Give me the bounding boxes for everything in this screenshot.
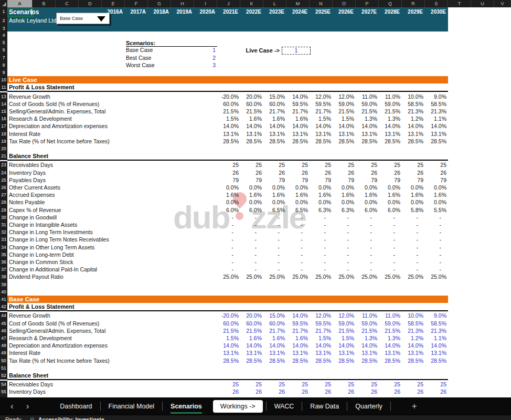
cell-value[interactable]: 5.5% [425,207,448,214]
cell-value[interactable]: 10.0% [402,93,425,100]
group-header[interactable]: Balance Sheet [9,153,48,159]
cell-value[interactable]: 0.0% [310,199,333,206]
cell-value[interactable]: 28.5% [310,138,333,145]
cell-value[interactable]: 0.0% [263,184,286,191]
cell-value[interactable]: 13.1% [217,131,240,138]
cell-value[interactable]: 13.1% [402,131,425,138]
cell-value[interactable]: 26 [310,388,333,395]
row-header-31[interactable]: 31 [0,221,7,228]
select-all-button[interactable] [0,0,7,7]
cell-value[interactable]: 14.0% [217,342,240,349]
cell-value[interactable]: 26 [356,388,379,395]
cell-value[interactable]: 28.5% [240,358,263,364]
cell-value[interactable]: - [263,229,286,236]
cell-value[interactable]: - [286,266,310,273]
cell-value[interactable]: 28.5% [333,138,356,145]
cell-value[interactable]: 25 [217,381,240,388]
row-header-44[interactable]: 44 [0,312,7,319]
cell-value[interactable]: 14.0% [263,123,286,130]
cell-value[interactable]: 14.0% [356,342,379,349]
cell-value[interactable]: 13.1% [425,350,448,356]
cell-value[interactable]: 1.6% [379,192,402,198]
cell-value[interactable]: 25.0% [310,274,333,280]
cell-value[interactable]: 28.5% [310,358,333,364]
row-header-26[interactable]: 26 [0,184,7,191]
cell-value[interactable]: 25.0% [356,274,379,280]
section-banner[interactable]: Live Case [7,76,448,83]
sheet-tab-scenarios[interactable]: Scenarios [163,400,210,413]
year-header-2024E[interactable]: 2024E [286,7,310,16]
column-header-H[interactable]: H [171,0,194,7]
row-header-41[interactable]: 41 [0,296,7,303]
cell-value[interactable]: 26 [310,170,333,176]
cell-value[interactable]: - [379,229,402,236]
row-header-5[interactable]: 5 [0,39,7,46]
row-header-10[interactable]: 10 [0,76,7,83]
cell-value[interactable]: 58.5% [402,101,425,108]
cell-value[interactable]: 1.1% [425,335,448,342]
scenario-option-value[interactable]: 2 [178,55,217,61]
row-label[interactable]: Change in Long Term Notes Receivables [9,236,214,243]
group-header[interactable]: Profit & Loss Statement [9,303,74,310]
year-header-2027E[interactable]: 2027E [356,7,379,16]
cell-value[interactable]: 14.0% [356,123,379,130]
row-label[interactable]: Payables Days [9,177,214,183]
cell-value[interactable]: 21.5% [333,108,356,115]
cell-value[interactable]: - [356,222,379,228]
cell-value[interactable]: 25.0% [286,274,310,280]
row-header-25[interactable]: 25 [0,176,7,184]
group-header[interactable]: Balance Sheet [9,372,48,379]
column-header-Q[interactable]: Q [379,0,402,7]
cell-value[interactable]: - [379,251,402,258]
cell-value[interactable]: 13.1% [240,350,263,356]
cell-value[interactable]: - [402,229,425,236]
row-label[interactable]: Cost of Goods Sold (% of Revenues) [9,101,214,107]
cell-value[interactable]: 28.5% [217,138,240,145]
cell-value[interactable]: 14.0% [286,312,310,319]
cell-value[interactable]: 13.1% [217,350,240,356]
cell-value[interactable]: 14.0% [402,123,425,130]
year-header-2025E[interactable]: 2025E [310,7,333,16]
sheet-tab-quarterly[interactable]: Quarterly [347,400,390,413]
cell-value[interactable]: - [286,222,310,228]
cell-value[interactable]: 25 [425,162,448,169]
row-header-37[interactable]: 37 [0,266,7,273]
cell-value[interactable]: 28.5% [379,138,402,145]
cell-value[interactable]: 20.0% [240,312,263,319]
column-header-B[interactable]: B [33,0,56,7]
row-header-32[interactable]: 32 [0,228,7,236]
cell-value[interactable]: 1.6% [217,192,240,198]
cell-value[interactable]: 28.5% [402,358,425,364]
cell-value[interactable]: 21.3% [425,328,448,334]
cell-value[interactable]: 6.0% [356,207,379,214]
cell-value[interactable]: - [240,214,263,221]
cell-value[interactable]: 12.0% [310,312,333,319]
row-header-29[interactable]: 29 [0,206,7,214]
cell-value[interactable]: 26 [263,388,286,395]
cell-value[interactable]: 1.6% [263,192,286,198]
cell-value[interactable]: 25 [356,162,379,169]
cell-value[interactable]: 1.5% [333,335,356,342]
cell-value[interactable]: 14.0% [425,123,448,130]
cell-value[interactable]: 6.3% [310,207,333,214]
cell-value[interactable]: 14.0% [425,342,448,349]
cell-value[interactable]: - [333,236,356,243]
cell-value[interactable]: 13.1% [356,131,379,138]
cell-value[interactable]: 13.1% [333,350,356,356]
cell-value[interactable]: 25 [263,381,286,388]
row-header-36[interactable]: 36 [0,258,7,266]
year-header-2021E[interactable]: 2021E [217,7,240,16]
cell-value[interactable]: 1.5% [310,116,333,122]
cell-value[interactable]: 0.0% [240,199,263,206]
column-header-A[interactable]: A [7,0,33,7]
cell-value[interactable]: 0.0% [310,184,333,191]
column-header-K[interactable]: K [240,0,263,7]
cell-value[interactable]: 0.0% [379,199,402,206]
cell-value[interactable]: 15.0% [263,93,286,100]
cell-value[interactable]: - [263,236,286,243]
cell-value[interactable]: 26 [263,170,286,176]
cell-value[interactable]: 59.0% [379,320,402,327]
cell-value[interactable]: 1.5% [217,116,240,122]
cell-value[interactable]: - [263,222,286,228]
cell-value[interactable]: 6.0% [217,207,240,214]
